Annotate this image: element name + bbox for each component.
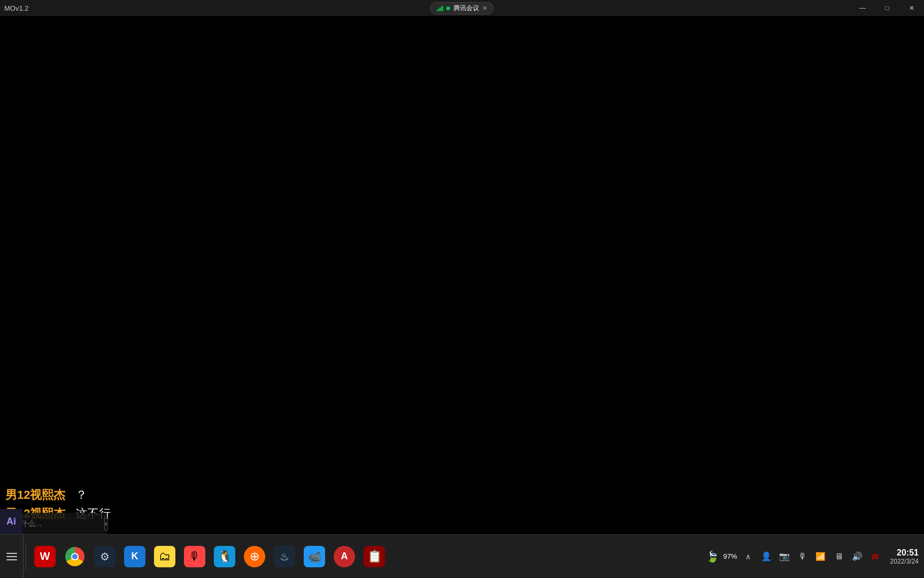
input-arrow-button[interactable]: ‹ [104,516,108,531]
subtitles-overlay: 男12视熙杰 : ？ 男12视熙杰 : 这不行 [0,486,924,529]
title-bar: MOv1.2 腾讯会议 ✕ — □ ✕ [0,0,924,16]
ai-label: Ai [0,509,22,534]
taskbar-icon-wps[interactable]: W [30,538,59,575]
network-icon[interactable]: 👤 [759,549,774,564]
taskbar-icon-steam1[interactable]: ⚙ [90,538,119,575]
subtitle-text-1: ？ [75,488,87,501]
chrome-icon [64,546,86,567]
main-content: 男12视熙杰 : ？ 男12视熙杰 : 这不行 ‹ [0,16,924,534]
steam1-icon: ⚙ [94,546,116,567]
mic-icon: 🎙 [184,546,205,567]
close-button[interactable]: ✕ [899,0,924,16]
eco-icon: 🍃 [705,549,720,564]
meeting-label: 腾讯会议 [453,4,479,13]
subtitle-line-2: 男12视熙杰 : 这不行 [5,505,919,522]
device-icon[interactable]: 🖥 [831,549,846,564]
wps-icon: W [34,546,56,567]
volume-icon[interactable]: 🔊 [850,549,865,564]
taskbar-icon-qq[interactable]: 🐧 [210,538,239,575]
taskbar-divider [26,543,26,570]
taskbar-icon-files[interactable]: 🗂 [150,538,179,575]
taskbar-icon-mic[interactable]: 🎙 [180,538,209,575]
clock-time: 20:51 [890,547,919,558]
meeting-close-icon[interactable]: ✕ [482,5,487,12]
taskbar-icon-a-app[interactable]: A [330,538,359,575]
mic-tray-icon[interactable]: 🎙 [795,549,810,564]
taskbar-menu-button[interactable] [0,535,24,579]
tray-chevron-icon[interactable]: ∧ [741,549,756,564]
app-title: MOv1.2 [0,4,29,12]
taskbar-icon-uos[interactable]: ⊕ [240,538,269,575]
taskbar-icon-kanbox[interactable]: K [120,538,149,575]
subtitle-sep-1: : [69,488,75,501]
taskbar-icon-meeting[interactable]: 📹 [300,538,329,575]
taskbar-icon-notes[interactable]: 📋 [360,538,389,575]
uos-icon: ⊕ [244,546,265,567]
meeting-icon: 📹 [304,546,325,567]
notes-icon: 📋 [364,546,385,567]
chrome-circle [65,547,84,566]
window-controls: — □ ✕ [850,0,924,16]
clock-date: 2022/3/24 [890,558,919,565]
taskbar-icon-steam2[interactable]: ♨ [270,538,299,575]
taskbar: W ⚙ K 🗂 🎙 🐧 [0,534,924,578]
steam2-icon: ♨ [274,546,295,567]
camera-icon[interactable]: 📷 [777,549,792,564]
clock-widget[interactable]: 20:51 2022/3/24 [886,547,919,565]
battery-widget: 97% [723,552,737,560]
qq-icon: 🐧 [214,546,235,567]
system-tray: 🍃 97% ∧ 👤 📷 🎙 📶 🖥 🔊 W 20:51 2022/3/24 [705,547,924,565]
taskbar-icon-chrome[interactable] [60,538,89,575]
subtitle-line-1: 男12视熙杰 : ？ [5,486,919,504]
active-dot [446,6,450,10]
kanbox-icon: K [124,546,145,567]
files-icon: 🗂 [154,546,175,567]
taskbar-apps: W ⚙ K 🗂 🎙 🐧 [28,538,705,575]
ai-text: Ai [6,516,16,527]
battery-percent: 97% [723,552,737,560]
minimize-button[interactable]: — [850,0,875,16]
subtitle-name-1: 男12视熙杰 [5,488,65,501]
wifi-icon[interactable]: 📶 [813,549,828,564]
signal-icon [437,5,443,11]
chrome-inner [71,553,79,560]
menu-lines-icon [6,553,17,560]
maximize-button[interactable]: □ [875,0,899,16]
wps-tray-icon[interactable]: W [868,549,883,564]
meeting-pill[interactable]: 腾讯会议 ✕ [430,2,494,14]
a-app-icon: A [334,546,355,567]
